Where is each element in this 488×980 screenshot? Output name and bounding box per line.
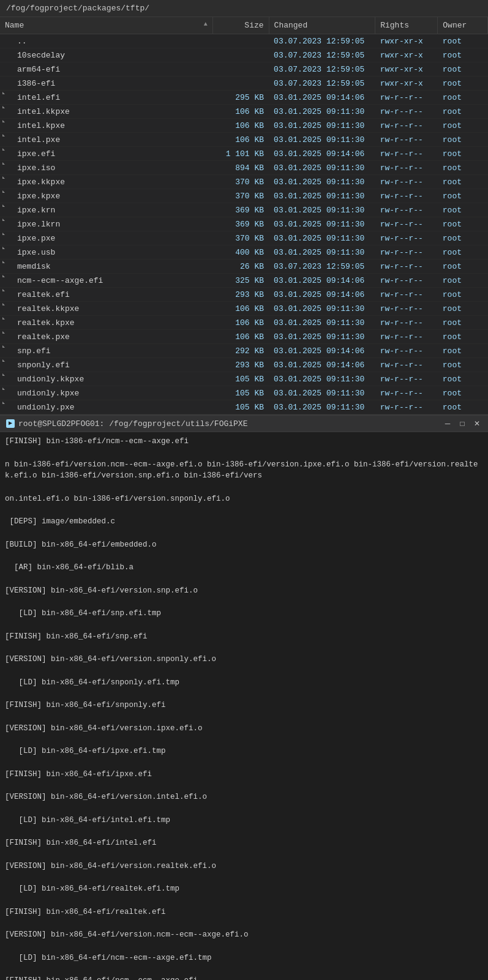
table-row[interactable]: snponly.efi293 KB03.01.2025 09:14:06rw-r… bbox=[0, 358, 488, 372]
table-row[interactable]: realtek.efi293 KB03.01.2025 09:14:06rw-r… bbox=[0, 288, 488, 302]
file-changed: 03.07.2023 12:59:05 bbox=[269, 260, 375, 274]
table-row[interactable]: ..03.07.2023 12:59:05rwxr-xr-xroot bbox=[0, 34, 488, 48]
col-header-rights[interactable]: Rights bbox=[375, 17, 438, 34]
file-name: ipxe.usb bbox=[17, 248, 55, 257]
file-owner: root bbox=[438, 91, 488, 105]
terminal-line: [VERSION] bin-x86_64-efi/version.ipxe.ef… bbox=[5, 723, 483, 735]
file-changed: 03.01.2025 09:11:30 bbox=[269, 245, 375, 260]
file-rights: rw-r--r-- bbox=[375, 175, 438, 189]
terminal-line: [FINISH] bin-x86_64-efi/ncm--ecm--axge.e… bbox=[5, 975, 483, 980]
file-size: 369 KB bbox=[212, 217, 269, 231]
table-row[interactable]: undionly.kpxe105 KB03.01.2025 09:11:30rw… bbox=[0, 386, 488, 400]
terminal-line: [VERSION] bin-x86_64-efi/version.realtek… bbox=[5, 861, 483, 872]
file-changed: 03.01.2025 09:14:06 bbox=[269, 91, 375, 105]
file-rights: rw-r--r-- bbox=[375, 231, 438, 245]
table-row[interactable]: arm64-efi03.07.2023 12:59:05rwxr-xr-xroo… bbox=[0, 62, 488, 77]
terminal-line: [FINISH] bin-x86_64-efi/snponly.efi bbox=[5, 700, 483, 711]
table-row[interactable]: realtek.pxe106 KB03.01.2025 09:11:30rw-r… bbox=[0, 330, 488, 344]
table-row[interactable]: intel.kkpxe106 KB03.01.2025 09:11:30rw-r… bbox=[0, 105, 488, 119]
file-size: 1 101 KB bbox=[212, 147, 269, 161]
file-owner: root bbox=[438, 105, 488, 119]
file-name-cell: realtek.kpxe bbox=[0, 316, 212, 330]
file-size: 295 KB bbox=[212, 91, 269, 105]
table-row[interactable]: intel.efi295 KB03.01.2025 09:14:06rw-r--… bbox=[0, 91, 488, 105]
file-name: .. bbox=[17, 37, 27, 46]
file-owner: root bbox=[438, 133, 488, 147]
terminal-line: [LD] bin-x86_64-efi/snp.efi.tmp bbox=[5, 608, 483, 619]
folder-icon bbox=[5, 64, 15, 73]
file-name: intel.pxe bbox=[17, 135, 60, 144]
file-changed: 03.01.2025 09:14:06 bbox=[269, 344, 375, 358]
maximize-button[interactable]: □ bbox=[457, 419, 467, 428]
file-name: realtek.kpxe bbox=[17, 318, 75, 327]
file-icon bbox=[5, 275, 15, 285]
table-row[interactable]: ipxe.lkrn369 KB03.01.2025 09:11:30rw-r--… bbox=[0, 217, 488, 231]
file-changed: 03.01.2025 09:11:30 bbox=[269, 133, 375, 147]
file-rights: rw-r--r-- bbox=[375, 316, 438, 330]
terminal-window: ▶ root@SPLGD2PFOG01: /fog/fogproject/uti… bbox=[0, 416, 488, 980]
col-header-name[interactable]: Name ▲ bbox=[0, 17, 212, 34]
file-changed: 03.01.2025 09:11:30 bbox=[269, 231, 375, 245]
file-owner: root bbox=[438, 330, 488, 344]
file-size: 106 KB bbox=[212, 302, 269, 316]
file-name-cell: undionly.kkpxe bbox=[0, 372, 212, 386]
file-name: ipxe.kkpxe bbox=[17, 178, 65, 187]
terminal-body[interactable]: [FINISH] bin-i386-efi/ncm--ecm--axge.efi… bbox=[0, 432, 488, 980]
terminal-line: [AR] bin-x86_64-efi/blib.a bbox=[5, 562, 483, 574]
file-size bbox=[212, 48, 269, 62]
file-icon bbox=[5, 92, 15, 102]
table-row[interactable]: i386-efi03.07.2023 12:59:05rwxr-xr-xroot bbox=[0, 77, 488, 91]
file-icon bbox=[5, 247, 15, 256]
table-row[interactable]: ncm--ecm--axge.efi325 KB03.01.2025 09:14… bbox=[0, 274, 488, 288]
table-row[interactable]: ipxe.efi1 101 KB03.01.2025 09:14:06rw-r-… bbox=[0, 147, 488, 161]
file-name-cell: intel.pxe bbox=[0, 133, 212, 147]
file-icon bbox=[5, 204, 15, 214]
file-name: realtek.efi bbox=[17, 290, 70, 299]
file-name-cell: intel.efi bbox=[0, 91, 212, 105]
file-size: 370 KB bbox=[212, 175, 269, 189]
minimize-button[interactable]: ─ bbox=[443, 419, 452, 428]
file-icon bbox=[5, 233, 15, 242]
terminal-line: [LD] bin-x86_64-efi/snponly.efi.tmp bbox=[5, 677, 483, 689]
file-name: ipxe.kpxe bbox=[17, 192, 60, 201]
file-size: 400 KB bbox=[212, 245, 269, 260]
file-owner: root bbox=[438, 386, 488, 400]
terminal-line: [LD] bin-x86_64-efi/intel.efi.tmp bbox=[5, 815, 483, 826]
close-button[interactable]: ✕ bbox=[472, 419, 482, 428]
table-row[interactable]: ipxe.iso894 KB03.01.2025 09:11:30rw-r--r… bbox=[0, 161, 488, 175]
col-header-changed[interactable]: Changed bbox=[269, 17, 375, 34]
file-owner: root bbox=[438, 302, 488, 316]
terminal-line: [LD] bin-x86_64-efi/ncm--ecm--axge.efi.t… bbox=[5, 952, 483, 964]
col-header-size[interactable]: Size bbox=[212, 17, 269, 34]
table-row[interactable]: realtek.kkpxe106 KB03.01.2025 09:11:30rw… bbox=[0, 302, 488, 316]
file-icon bbox=[5, 120, 15, 130]
terminal-line: [FINISH] bin-x86_64-efi/intel.efi bbox=[5, 837, 483, 849]
table-row[interactable]: ipxe.krn369 KB03.01.2025 09:11:30rw-r--r… bbox=[0, 203, 488, 217]
table-row[interactable]: ipxe.kpxe370 KB03.01.2025 09:11:30rw-r--… bbox=[0, 189, 488, 203]
table-row[interactable]: intel.kpxe106 KB03.01.2025 09:11:30rw-r-… bbox=[0, 119, 488, 133]
file-name-cell: ipxe.kkpxe bbox=[0, 175, 212, 189]
file-rights: rwxr-xr-x bbox=[375, 77, 438, 91]
table-row[interactable]: 10secdelay03.07.2023 12:59:05rwxr-xr-xro… bbox=[0, 48, 488, 62]
col-header-owner[interactable]: Owner bbox=[438, 17, 488, 34]
terminal-line: [VERSION] bin-x86_64-efi/version.snp.efi… bbox=[5, 585, 483, 597]
breadcrumb: /fog/fogproject/packages/tftp/ bbox=[0, 0, 488, 17]
terminal-line: [FINISH] bin-i386-efi/ncm--ecm--axge.efi bbox=[5, 436, 483, 447]
file-size: 26 KB bbox=[212, 260, 269, 274]
file-owner: root bbox=[438, 189, 488, 203]
table-row[interactable]: ipxe.usb400 KB03.01.2025 09:11:30rw-r--r… bbox=[0, 245, 488, 260]
table-row[interactable]: intel.pxe106 KB03.01.2025 09:11:30rw-r--… bbox=[0, 133, 488, 147]
table-row[interactable]: snp.efi292 KB03.01.2025 09:14:06rw-r--r-… bbox=[0, 344, 488, 358]
file-changed: 03.01.2025 09:14:06 bbox=[269, 358, 375, 372]
file-name: intel.efi bbox=[17, 93, 60, 102]
table-row[interactable]: realtek.kpxe106 KB03.01.2025 09:11:30rw-… bbox=[0, 316, 488, 330]
table-row[interactable]: undionly.kkpxe105 KB03.01.2025 09:11:30r… bbox=[0, 372, 488, 386]
table-row[interactable]: ipxe.pxe370 KB03.01.2025 09:11:30rw-r--r… bbox=[0, 231, 488, 245]
table-row[interactable]: ipxe.kkpxe370 KB03.01.2025 09:11:30rw-r-… bbox=[0, 175, 488, 189]
file-name-cell: snp.efi bbox=[0, 344, 212, 358]
table-row[interactable]: undionly.pxe105 KB03.01.2025 09:11:30rw-… bbox=[0, 400, 488, 414]
file-name-cell: i386-efi bbox=[0, 77, 212, 91]
table-row[interactable]: memdisk26 KB03.07.2023 12:59:05rw-r--r--… bbox=[0, 260, 488, 274]
file-name: memdisk bbox=[17, 262, 51, 271]
terminal-line: [BUILD] bin-x86_64-efi/embedded.o bbox=[5, 539, 483, 551]
